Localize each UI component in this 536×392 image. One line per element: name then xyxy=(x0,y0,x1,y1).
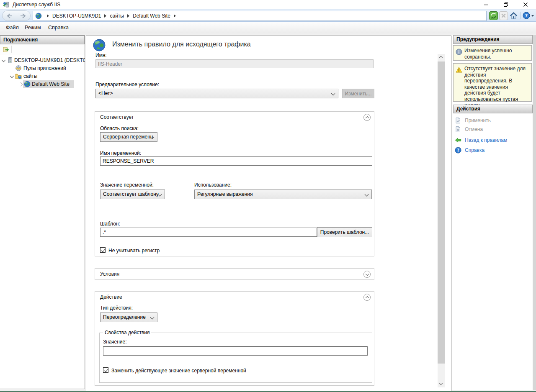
tree-item-server[interactable]: DESKTOP-U1MK9D1 (DESKTO xyxy=(0,56,85,64)
tree-item-label: DESKTOP-U1MK9D1 (DESKTO xyxy=(14,56,85,64)
help-button[interactable]: ? xyxy=(523,12,530,19)
edit-button: Изменить... xyxy=(342,89,374,98)
actions-divider xyxy=(453,135,532,135)
panel-scroll-strip xyxy=(533,35,536,390)
action-cancel: Отмена xyxy=(454,125,532,133)
svg-text:?: ? xyxy=(525,13,528,18)
server-icon xyxy=(7,57,13,64)
chevron-expanded-icon[interactable] xyxy=(2,58,6,62)
value-input[interactable] xyxy=(103,346,368,356)
globe-icon xyxy=(35,13,42,19)
cancel-icon xyxy=(455,126,461,133)
restore-button[interactable] xyxy=(500,0,512,9)
close-button[interactable] xyxy=(519,0,532,9)
breadcrumb-separator-icon[interactable] xyxy=(104,14,106,18)
match-section: Соответствует Область поиска: Серверная … xyxy=(95,111,374,256)
tree-item-label: Пулы приложений xyxy=(23,64,66,72)
breadcrumb-item-server[interactable]: DESKTOP-U1MK9D1 xyxy=(52,13,101,19)
variable-name-label: Имя переменной: xyxy=(100,150,141,156)
tree-item-label: сайты xyxy=(23,72,38,80)
workspace: Подключения DESKTOP-U1MK9D1 (DESKTO xyxy=(0,33,536,392)
feature-page: Изменить правило для исходящего трафика … xyxy=(86,36,451,391)
replace-checkbox[interactable] xyxy=(103,367,108,373)
menu-item-view[interactable]: Режим xyxy=(22,22,44,33)
title-bar: Диспетчер служб IIS xyxy=(0,0,536,9)
minimize-button[interactable] xyxy=(480,0,492,9)
menu-item-file[interactable]: Файл xyxy=(3,22,21,33)
chevron-collapsed-icon[interactable] xyxy=(19,82,23,87)
test-pattern-button[interactable]: Проверить шаблон... xyxy=(317,227,372,237)
precondition-value: <Нет> xyxy=(98,90,113,96)
action-label: Применить xyxy=(465,116,491,125)
ignore-case-checkbox[interactable] xyxy=(100,247,106,253)
pattern-input[interactable] xyxy=(100,228,317,237)
menu-item-help[interactable]: Справка xyxy=(46,22,71,33)
using-select[interactable]: Регулярные выражения xyxy=(194,190,372,199)
scope-label: Область поиска: xyxy=(100,126,139,131)
breadcrumb-separator-icon xyxy=(47,14,49,18)
content-scrollbar[interactable] xyxy=(438,54,445,387)
sites-folder-icon xyxy=(15,73,22,79)
tree-item-sites[interactable]: сайты xyxy=(0,72,85,80)
info-icon xyxy=(456,49,462,55)
help-icon: ? xyxy=(455,147,461,154)
scroll-up-button[interactable] xyxy=(438,54,445,61)
close-icon xyxy=(523,2,528,8)
breadcrumb-item-sites[interactable]: сайты xyxy=(110,13,124,19)
tree-item-app-pools[interactable]: Пулы приложений xyxy=(0,64,85,72)
help-dropdown-caret-icon[interactable] xyxy=(531,15,534,17)
alert-warning-text: Отсутствует значение для действия переоп… xyxy=(464,66,530,108)
variable-value-value: Соответствует шаблону xyxy=(103,191,159,197)
replace-label: Заменить действующее значение серверной … xyxy=(111,368,246,374)
breadcrumb-item-default-web-site[interactable]: Default Web Site xyxy=(133,13,170,19)
breadcrumb-separator-icon[interactable] xyxy=(174,14,176,18)
variable-value-select[interactable]: Соответствует шаблону xyxy=(100,190,165,199)
back-arrow-icon xyxy=(455,137,461,143)
breadcrumb[interactable]: DESKTOP-U1MK9D1 сайты Default Web Site xyxy=(33,11,487,21)
connections-panel-title: Подключения xyxy=(0,36,85,44)
warning-icon xyxy=(456,67,462,73)
scroll-down-button[interactable] xyxy=(438,380,445,387)
chevron-expanded-icon[interactable] xyxy=(10,74,14,78)
scroll-thumb[interactable] xyxy=(438,61,445,364)
actions-divider xyxy=(453,145,532,145)
expand-section-icon[interactable] xyxy=(363,271,371,278)
home-button[interactable] xyxy=(509,11,518,20)
refresh-button[interactable] xyxy=(489,11,498,20)
action-back-to-rules[interactable]: Назад к правилам xyxy=(454,136,532,144)
collapse-section-icon[interactable] xyxy=(363,294,371,301)
action-help[interactable]: ? Справка xyxy=(454,146,532,154)
back-button[interactable] xyxy=(4,13,14,19)
connections-tree: DESKTOP-U1MK9D1 (DESKTO Пулы приложений xyxy=(0,56,85,389)
variable-name-input[interactable] xyxy=(100,156,372,166)
action-label: Справка xyxy=(465,146,484,154)
scope-value: Серверная переменн xyxy=(103,134,153,140)
action-type-label: Тип действия: xyxy=(100,305,133,311)
apply-icon xyxy=(455,117,461,124)
using-value: Регулярные выражения xyxy=(197,191,253,197)
variable-value-label: Значение переменной: xyxy=(100,182,154,188)
globe-icon xyxy=(24,81,31,87)
tree-item-label: Default Web Site xyxy=(32,80,70,88)
action-properties-title: Свойства действия xyxy=(103,330,151,336)
stop-button xyxy=(499,11,508,20)
pattern-label: Шаблон: xyxy=(100,221,120,227)
tree-item-default-web-site[interactable]: Default Web Site xyxy=(0,80,85,88)
forward-button[interactable] xyxy=(18,13,28,19)
match-section-title: Соответствует xyxy=(100,114,134,120)
scope-select[interactable]: Серверная переменн xyxy=(100,132,157,142)
restore-icon xyxy=(503,2,509,8)
menu-bar: Файл Режим Справка xyxy=(0,22,536,33)
create-connection-icon[interactable] xyxy=(3,46,9,53)
precondition-select[interactable]: <Нет> xyxy=(95,89,338,98)
page-title: Изменить правило для исходящего трафика xyxy=(112,41,251,48)
alert-warning: Отсутствует значение для действия переоп… xyxy=(453,63,532,102)
collapse-section-icon[interactable] xyxy=(363,114,371,121)
conditions-section: Условия xyxy=(95,268,374,280)
breadcrumb-separator-icon[interactable] xyxy=(127,14,129,18)
toolbar-divider xyxy=(521,12,521,19)
value-label: Значение: xyxy=(103,339,127,345)
action-type-select[interactable]: Переопределение xyxy=(100,313,157,322)
address-bar-row: DESKTOP-U1MK9D1 сайты Default Web Site ? xyxy=(0,9,536,22)
right-panel: Предупреждения Изменения успешно сохране… xyxy=(452,35,536,390)
